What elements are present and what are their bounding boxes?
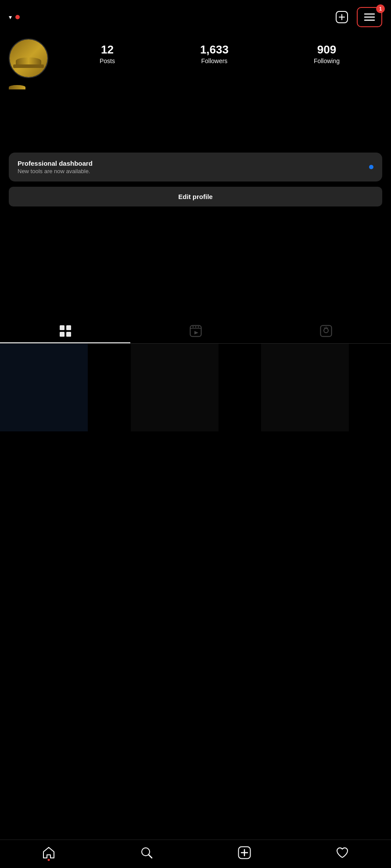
menu-notification-badge: 1 xyxy=(376,4,385,13)
spacer xyxy=(0,92,391,145)
photo-grid xyxy=(0,344,391,431)
svg-point-13 xyxy=(195,326,196,327)
grid-item-2[interactable] xyxy=(131,344,219,431)
posts-label: Posts xyxy=(100,57,115,64)
following-count: 909 xyxy=(317,43,336,57)
blue-dot-indicator xyxy=(369,165,373,169)
grid-item-1[interactable] xyxy=(0,344,88,431)
stats-section: 12 Posts 1,633 Followers 909 Following xyxy=(57,39,382,64)
bottom-nav xyxy=(0,840,391,868)
add-button[interactable] xyxy=(334,9,350,25)
username-area: ▾ xyxy=(9,14,20,21)
grid-item-3[interactable] xyxy=(261,344,349,431)
edit-profile-button[interactable]: Edit profile xyxy=(9,187,382,206)
posts-count: 12 xyxy=(101,43,114,57)
tab-tagged[interactable] xyxy=(261,319,391,343)
avatar-image xyxy=(10,39,47,77)
tagged-icon xyxy=(320,325,332,337)
profile-header-section: 12 Posts 1,633 Followers 909 Following xyxy=(0,34,391,78)
followers-stat[interactable]: 1,633 Followers xyxy=(200,43,229,64)
notification-dot xyxy=(15,15,20,19)
chevron-down-icon: ▾ xyxy=(9,14,12,21)
grid-icon xyxy=(59,325,72,337)
tab-grid[interactable] xyxy=(0,319,130,343)
top-header: ▾ 1 xyxy=(0,0,391,34)
nav-add[interactable] xyxy=(238,846,251,859)
search-icon xyxy=(140,846,153,859)
pro-dashboard-subtitle: New tools are now available. xyxy=(18,168,93,174)
nav-home[interactable] xyxy=(42,846,55,859)
followers-count: 1,633 xyxy=(200,43,229,57)
home-icon xyxy=(42,846,55,859)
followers-label: Followers xyxy=(201,57,227,64)
spacer-2 xyxy=(0,213,391,301)
svg-rect-6 xyxy=(60,325,65,330)
tab-reels[interactable] xyxy=(130,319,261,343)
svg-rect-7 xyxy=(66,325,71,330)
menu-button-wrapper[interactable]: 1 xyxy=(357,7,382,27)
nav-activity[interactable] xyxy=(336,846,349,859)
pro-dashboard-text: Professional dashboard New tools are now… xyxy=(18,160,93,174)
profile-tabs xyxy=(0,319,391,344)
following-label: Following xyxy=(314,57,340,64)
svg-point-17 xyxy=(324,328,328,333)
profile-info xyxy=(0,78,391,92)
svg-line-22 xyxy=(149,855,152,858)
menu-button[interactable] xyxy=(362,11,377,24)
posts-stat[interactable]: 12 Posts xyxy=(100,43,115,64)
heart-icon xyxy=(336,846,349,859)
content-area xyxy=(0,431,391,651)
avatar[interactable] xyxy=(9,39,48,78)
reels-icon xyxy=(190,325,202,337)
svg-rect-8 xyxy=(60,332,65,337)
svg-point-14 xyxy=(197,326,199,327)
professional-dashboard[interactable]: Professional dashboard New tools are now… xyxy=(9,153,382,181)
pro-dashboard-title: Professional dashboard xyxy=(18,160,93,167)
header-icons: 1 xyxy=(334,7,382,27)
svg-marker-15 xyxy=(194,331,198,334)
add-nav-icon xyxy=(238,846,251,859)
svg-rect-9 xyxy=(66,332,71,337)
nav-search[interactable] xyxy=(140,846,153,859)
following-stat[interactable]: 909 Following xyxy=(314,43,340,64)
home-notification-dot xyxy=(48,859,50,861)
svg-point-12 xyxy=(192,326,194,327)
